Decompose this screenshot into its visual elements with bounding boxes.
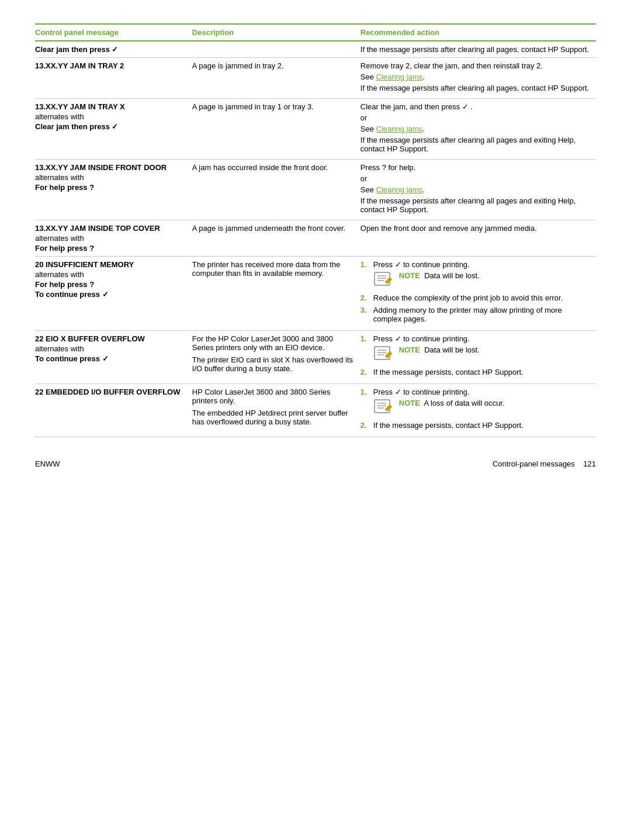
action-item: 3. Adding memory to the printer may allo… (360, 306, 590, 323)
alternates-with: alternates with (35, 173, 186, 182)
message-secondary: For help press ? (35, 183, 186, 192)
action-text: Press ✓ to continue printing. (373, 334, 470, 343)
action-item: 1. Press ✓ to continue printing. NOTE Da… (360, 334, 590, 364)
table-row: 13.XX.YY JAM INSIDE TOP COVERalternates … (35, 220, 596, 257)
action-content: Press ✓ to continue printing. NOTE Data … (373, 260, 590, 290)
table-row: 13.XX.YY JAM IN TRAY 2A page is jammed i… (35, 58, 596, 99)
description-line: HP Color LaserJet 3600 and 3800 Series p… (192, 388, 355, 405)
col-message: 13.XX.YY JAM INSIDE TOP COVERalternates … (35, 220, 192, 257)
col-header-action: Recommended action (360, 24, 596, 41)
action-text: Press ✓ to continue printing. (373, 260, 470, 269)
action-item: 1. Press ✓ to continue printing. NOTE A … (360, 388, 590, 417)
clearing-jams-link[interactable]: Clearing jams (376, 185, 422, 194)
footer-right: Control-panel messages 121 (493, 459, 596, 468)
action-text: Open the front door and remove any jamme… (360, 224, 537, 233)
action-text: If the message persists after clearing a… (360, 136, 590, 153)
action-content: Adding memory to the printer may allow p… (373, 306, 590, 323)
action-text: Press ✓ to continue printing. (373, 388, 470, 396)
message-primary: 20 INSUFFICIENT MEMORY (35, 260, 186, 269)
action-text: If the message persists, contact HP Supp… (373, 368, 523, 376)
col-description: A page is jammed underneath the front co… (192, 220, 360, 257)
col-description: The printer has received more data from … (192, 257, 360, 331)
page-content: Control panel message Description Recomm… (35, 23, 596, 468)
col-action: If the message persists after clearing a… (360, 41, 596, 58)
message-primary: 13.XX.YY JAM IN TRAY 2 (35, 61, 186, 70)
col-message: 13.XX.YY JAM IN TRAY 2 (35, 58, 192, 99)
note-label: NOTE (399, 345, 420, 354)
action-text: Remove tray 2, clear the jam, and then r… (360, 61, 590, 70)
note-box: NOTE A loss of data will occur. (373, 399, 590, 417)
or-separator: or (360, 174, 590, 183)
description-line: For the HP Color LaserJet 3000 and 3800 … (192, 334, 355, 352)
action-num: 1. (360, 260, 370, 269)
action-content: If the message persists, contact HP Supp… (373, 421, 590, 430)
action-num: 2. (360, 293, 370, 302)
description-line: A page is jammed in tray 1 or tray 3. (192, 102, 355, 111)
note-text: NOTE Data will be lost. (399, 271, 480, 280)
description-line: A page is jammed in tray 2. (192, 61, 355, 70)
col-action: 1. Press ✓ to continue printing. NOTE Da… (360, 331, 596, 384)
action-text: See Clearing jams. (360, 72, 590, 81)
action-text: Reduce the complexity of the print job t… (373, 293, 563, 302)
note-icon (373, 399, 394, 417)
note-icon (373, 271, 394, 290)
action-num: 3. (360, 306, 370, 314)
table-row: 13.XX.YY JAM INSIDE FRONT DOORalternates… (35, 160, 596, 220)
col-description: A page is jammed in tray 2. (192, 58, 360, 99)
note-icon (373, 345, 394, 364)
action-item: 1. Press ✓ to continue printing. NOTE Da… (360, 260, 590, 290)
alternates-with: alternates with (35, 234, 186, 243)
message-primary: 13.XX.YY JAM IN TRAY X (35, 102, 186, 111)
message-primary: 22 EMBEDDED I/O BUFFER OVERFLOW (35, 388, 186, 396)
table-row: 22 EIO X BUFFER OVERFLOWalternates withT… (35, 331, 596, 384)
main-table: Control panel message Description Recomm… (35, 23, 596, 437)
col-action: Remove tray 2, clear the jam, and then r… (360, 58, 596, 99)
col-message: Clear jam then press ✓ (35, 41, 192, 58)
action-text: If the message persists after clearing a… (360, 45, 589, 54)
action-text: See Clearing jams. (360, 125, 590, 133)
action-content: If the message persists, contact HP Supp… (373, 368, 590, 376)
message-primary: Clear jam then press ✓ (35, 45, 186, 54)
col-action: 1. Press ✓ to continue printing. NOTE A … (360, 384, 596, 437)
clearing-jams-link[interactable]: Clearing jams (376, 72, 422, 81)
action-list: 1. Press ✓ to continue printing. NOTE Da… (360, 260, 590, 323)
col-message: 13.XX.YY JAM IN TRAY Xalternates withCle… (35, 99, 192, 160)
note-box: NOTE Data will be lost. (373, 271, 590, 290)
col-header-message: Control panel message (35, 24, 192, 41)
col-header-description: Description (192, 24, 360, 41)
col-message: 22 EIO X BUFFER OVERFLOWalternates withT… (35, 331, 192, 384)
table-row: Clear jam then press ✓If the message per… (35, 41, 596, 58)
clearing-jams-link[interactable]: Clearing jams (376, 125, 422, 133)
action-text: If the message persists after clearing a… (360, 196, 590, 214)
message-secondary: For help press ? (35, 280, 186, 289)
col-description: A jam has occurred inside the front door… (192, 160, 360, 220)
message-secondary: For help press ? (35, 244, 186, 253)
or-separator: or (360, 113, 590, 122)
col-message: 20 INSUFFICIENT MEMORYalternates withFor… (35, 257, 192, 331)
description-line: The embedded HP Jetdirect print server b… (192, 409, 355, 426)
action-text: If the message persists, contact HP Supp… (373, 421, 523, 430)
message-primary: 13.XX.YY JAM INSIDE FRONT DOOR (35, 163, 186, 172)
alternates-with: alternates with (35, 112, 186, 121)
message-secondary: Clear jam then press ✓ (35, 122, 186, 131)
table-row: 13.XX.YY JAM IN TRAY Xalternates withCle… (35, 99, 596, 160)
col-action: Press ? for help.orSee Clearing jams.If … (360, 160, 596, 220)
action-content: Press ✓ to continue printing. NOTE A los… (373, 388, 590, 417)
action-text: Adding memory to the printer may allow p… (373, 306, 562, 323)
description-line: A jam has occurred inside the front door… (192, 163, 355, 172)
description-line: A page is jammed underneath the front co… (192, 224, 355, 233)
description-line: The printer has received more data from … (192, 260, 355, 278)
col-action: Clear the jam, and then press ✓ .orSee C… (360, 99, 596, 160)
col-message: 22 EMBEDDED I/O BUFFER OVERFLOW (35, 384, 192, 437)
message-secondary: To continue press ✓ (35, 354, 186, 363)
alternates-with: alternates with (35, 270, 186, 279)
action-text: Clear the jam, and then press ✓ . (360, 102, 590, 111)
action-list: 1. Press ✓ to continue printing. NOTE Da… (360, 334, 590, 376)
action-item: 2. If the message persists, contact HP S… (360, 368, 590, 376)
message-secondary: To continue press ✓ (35, 290, 186, 299)
table-row: 22 EMBEDDED I/O BUFFER OVERFLOWHP Color … (35, 384, 596, 437)
col-message: 13.XX.YY JAM INSIDE FRONT DOORalternates… (35, 160, 192, 220)
col-description (192, 41, 360, 58)
note-label: NOTE (399, 399, 420, 407)
col-description: For the HP Color LaserJet 3000 and 3800 … (192, 331, 360, 384)
